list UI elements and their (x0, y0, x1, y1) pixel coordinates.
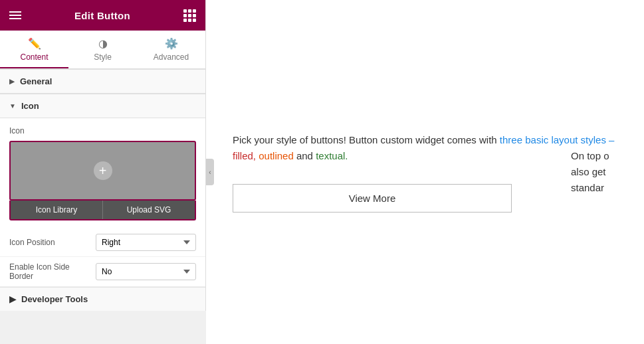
panel-title: Edit Button (74, 10, 130, 21)
enable-border-row: Enable Icon Side Border No Yes (0, 257, 205, 287)
view-more-button[interactable]: View More (233, 184, 512, 213)
advanced-tab-icon: ⚙️ (165, 37, 178, 50)
grid-icon[interactable] (183, 9, 196, 22)
desc-part-8: textual. (316, 150, 348, 161)
icon-position-label: Icon Position (9, 238, 89, 247)
right-line-2: also get (571, 164, 609, 180)
desc-part-1: Pick your style of buttons! Button custo… (233, 134, 500, 145)
icon-position-select[interactable]: Left Right (96, 234, 196, 251)
panel-tabs: ✏️ Content ◑ Style ⚙️ Advanced (0, 31, 205, 69)
tab-content[interactable]: ✏️ Content (0, 31, 68, 68)
content-tab-icon: ✏️ (28, 37, 41, 50)
tab-style[interactable]: ◑ Style (68, 31, 137, 68)
view-more-container: View More (233, 184, 617, 213)
desc-part-4: filled, (233, 150, 256, 161)
upload-buttons-row: Icon Library Upload SVG (9, 201, 196, 220)
advanced-tab-label: Advanced (154, 52, 189, 62)
collapse-handle[interactable]: ‹ (206, 159, 214, 185)
tab-advanced[interactable]: ⚙️ Advanced (137, 31, 205, 68)
right-line-3: standar (571, 180, 609, 196)
add-icon[interactable]: + (94, 161, 112, 180)
desc-part-7: and (294, 150, 316, 161)
general-section-header[interactable]: ▶ General (0, 69, 205, 94)
icon-position-row: Icon Position Left Right (0, 228, 205, 257)
icon-section-label: Icon (21, 101, 39, 111)
right-partial-text: On top o also get standar (564, 0, 644, 344)
style-tab-icon: ◑ (98, 37, 108, 50)
upload-svg-button[interactable]: Upload SVG (103, 201, 195, 219)
general-arrow-icon: ▶ (9, 78, 15, 85)
icon-library-button[interactable]: Icon Library (11, 201, 103, 219)
icon-field-label: Icon (9, 126, 196, 135)
icon-upload-area[interactable]: + (9, 141, 196, 201)
content-tab-label: Content (20, 52, 48, 62)
icon-section-header[interactable]: ▼ Icon (0, 94, 205, 118)
general-section-label: General (20, 76, 52, 86)
enable-border-label: Enable Icon Side Border (9, 262, 89, 281)
icon-arrow-icon: ▼ (9, 102, 16, 110)
left-panel: Edit Button ✏️ Content ◑ Style ⚙️ Advanc… (0, 0, 206, 311)
panel-body: ▶ General ▼ Icon Icon + Icon Library Upl… (0, 69, 205, 311)
description-text: Pick your style of buttons! Button custo… (233, 132, 617, 164)
desc-part-6: outlined (259, 150, 294, 161)
enable-border-select[interactable]: No Yes (96, 263, 196, 280)
panel-header: Edit Button (0, 0, 205, 31)
main-content: Pick your style of buttons! Button custo… (206, 0, 644, 344)
right-line-1: On top o (571, 148, 609, 164)
hamburger-menu-icon[interactable] (9, 11, 21, 19)
developer-tools-label: Developer Tools (21, 294, 88, 304)
enable-border-control: No Yes (96, 263, 196, 280)
developer-tools-section[interactable]: ▶ Developer Tools (0, 287, 205, 311)
icon-section-body: Icon + Icon Library Upload SVG (0, 118, 205, 228)
style-tab-label: Style (94, 52, 112, 62)
developer-tools-arrow-icon: ▶ (9, 294, 16, 304)
icon-position-control: Left Right (96, 234, 196, 251)
